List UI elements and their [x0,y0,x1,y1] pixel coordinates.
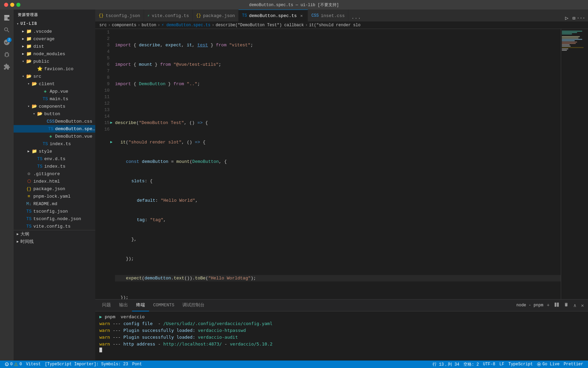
sidebar-item-indexhtml[interactable]: ⬡ index.html [14,178,95,185]
sidebar-item-gitignore[interactable]: ⚙ .gitignore [14,170,95,178]
dist-label: dist [33,44,95,49]
tab-more-button[interactable]: ··· [348,15,364,21]
split-editor-button[interactable]: ⊟ [572,15,575,21]
panel-tab-terminal[interactable]: 终端 [132,300,149,311]
sidebar-item-vscode[interactable]: ▶ 📁 .vscode [14,28,95,35]
warning-count: 0 [19,362,22,367]
status-prettier[interactable]: Prettier [561,362,585,367]
status-font[interactable]: Pont [130,361,144,368]
activity-source-control[interactable]: 2 [1,37,12,48]
tab-insetcss[interactable]: CSS inset.css [308,10,348,21]
sidebar-item-coverage[interactable]: ▶ 📁 coverage [14,35,95,43]
sidebar-item-timeline[interactable]: ▶ 时间线 [14,238,95,245]
panel-tab-comments[interactable]: COMMENTS [149,300,178,311]
panel-tab-debug[interactable]: 调试控制台 [178,300,209,311]
new-terminal-button[interactable]: + [545,302,551,309]
status-errors[interactable]: ✕ 0 0 [3,361,24,368]
sidebar-item-pnpmlock[interactable]: ≡ pnpm-lock.yaml [14,193,95,200]
button-icon: 📂 [37,111,43,117]
sidebar-item-src[interactable]: ▾ 📂 src [14,73,95,80]
minimize-button[interactable] [10,3,14,7]
tab-packagejson[interactable]: {} package.json [193,10,239,21]
panel-tab-problems[interactable]: 问题 [98,300,115,311]
sidebar-item-public[interactable]: ▾ 📂 public [14,58,95,65]
sidebar-section-bottom: ▶ 大纲 ▶ 时间线 [14,230,95,245]
code-content[interactable]: import { describe, expect, it, test } fr… [112,29,561,299]
sidebar-item-favicon[interactable]: ⭐ favicon.ico [14,65,95,73]
terminal-content[interactable]: ▶ pnpm verdaccio warn --- config file - … [95,311,588,361]
collapse-panel-button[interactable]: ∧ [572,302,577,309]
sidebar-item-components[interactable]: ▾ 📂 components [14,103,95,110]
sidebar-item-readme[interactable]: M↓ README.md [14,200,95,208]
sidebar-item-demovue[interactable]: ◈ DemoButton.vue [14,133,95,140]
warn-key-3: Plugin successfully loaded: [123,334,195,341]
activity-search[interactable] [1,25,12,35]
sidebar-item-tsconfigjson[interactable]: TS tsconfig.json [14,208,95,215]
tab-tsconfig[interactable]: {} tsconfig.json [95,10,144,21]
encoding-label: UTF-8 [483,362,495,367]
activity-extensions[interactable] [1,61,12,72]
run-tests-button[interactable]: ▷ [565,15,569,21]
more-editor-options[interactable]: ··· [577,15,585,21]
bc-button[interactable]: button [142,23,156,28]
sidebar-item-envdts[interactable]: TS env.d.ts [14,155,95,163]
tab-demospec[interactable]: TS demoButton.spec.ts ✕ [239,10,308,21]
maximize-button[interactable] [16,3,20,7]
code-line-14: }); [115,294,561,299]
tab-viteconfig[interactable]: ⚡ vite.config.ts [144,10,193,21]
sidebar-item-democss[interactable]: CSS DemoButton.css [14,118,95,125]
status-vitest[interactable]: Vitest [24,361,43,368]
activity-debug[interactable] [1,49,12,60]
status-ts-importer[interactable]: [TypeScript Importer]: Symbols: 23 [43,361,130,368]
status-line-ending[interactable]: LF [497,362,506,367]
activity-explorer[interactable] [1,12,12,23]
split-terminal-button[interactable] [553,302,560,309]
close-button[interactable] [4,3,8,7]
run-line5-btn[interactable]: ▶ [110,120,113,126]
sidebar-item-viteconfig[interactable]: TS vite.config.ts [14,223,95,230]
panel-tab-output[interactable]: 输出 [115,300,132,311]
sidebar-item-node-modules[interactable]: ▶ 📁 node_modules [14,50,95,58]
bc-it[interactable]: it("should render slo [309,23,360,28]
vue-icon: ◈ [42,88,48,94]
status-go-live[interactable]: Go Live [535,362,561,367]
status-encoding[interactable]: UTF-8 [481,362,497,367]
sidebar-item-src-index[interactable]: TS index.ts [14,163,95,170]
sidebar-item-button-index[interactable]: TS index.ts [14,140,95,148]
sidebar-item-style[interactable]: ▶ 📁 style [14,148,95,155]
sidebar-item-demospec[interactable]: TS demoButton.spec.ts [14,125,95,133]
delete-terminal-button[interactable] [562,302,570,309]
sidebar-item-button[interactable]: ▾ 📂 button [14,110,95,118]
bc-describe[interactable]: describe("DemoButton Test") callback [216,23,304,28]
warn-label-3: warn [99,334,110,341]
sidebar-root[interactable]: ▾ UI-LIB [14,20,95,28]
sidebar-item-packagejson[interactable]: {} package.json [14,185,95,193]
sidebar-item-main-ts[interactable]: TS main.ts [14,95,95,103]
window-title: demoButton.spec.ts — ui-lib [不要支持] [249,2,339,8]
prettier-label: Prettier [564,362,583,367]
src-index-label: index.ts [44,164,95,169]
button-index-label: index.ts [50,141,95,147]
pnpmlock-label: pnpm-lock.yaml [33,194,95,199]
status-spaces[interactable]: 空格: 2 [461,362,481,367]
root-arrow: ▾ [15,21,20,27]
sidebar-item-app-vue[interactable]: ◈ App.vue [14,88,95,95]
tab-demospec-close[interactable]: ✕ [299,13,304,18]
sidebar-item-dist[interactable]: ▶ 📁 dist [14,43,95,50]
components-icon: 📂 [31,103,37,109]
dist-arrow: ▶ [20,44,26,49]
bc-file[interactable]: ⚡ demoButton.spec.ts [161,22,210,28]
bc-src[interactable]: src [99,23,107,28]
bc-components[interactable]: components [112,23,136,28]
tab-viteconfig-icon: ⚡ [147,13,150,18]
src-arrow: ▾ [20,74,26,79]
status-lang[interactable]: TypeScript [506,362,535,367]
sidebar-item-client[interactable]: ▾ 📂 client [14,80,95,88]
viteconfig-label: vite.config.ts [33,224,95,229]
sidebar-item-outline[interactable]: ▶ 大纲 [14,230,95,238]
tab-bar: {} tsconfig.json ⚡ vite.config.ts {} pac… [95,10,588,21]
run-line6-btn[interactable]: ▶ [110,139,113,145]
sidebar-item-tsconfignode[interactable]: TS tsconfig.node.json [14,215,95,223]
status-line-col[interactable]: 行 13，列 34 [430,362,461,367]
close-panel-button[interactable]: ✕ [580,302,585,309]
